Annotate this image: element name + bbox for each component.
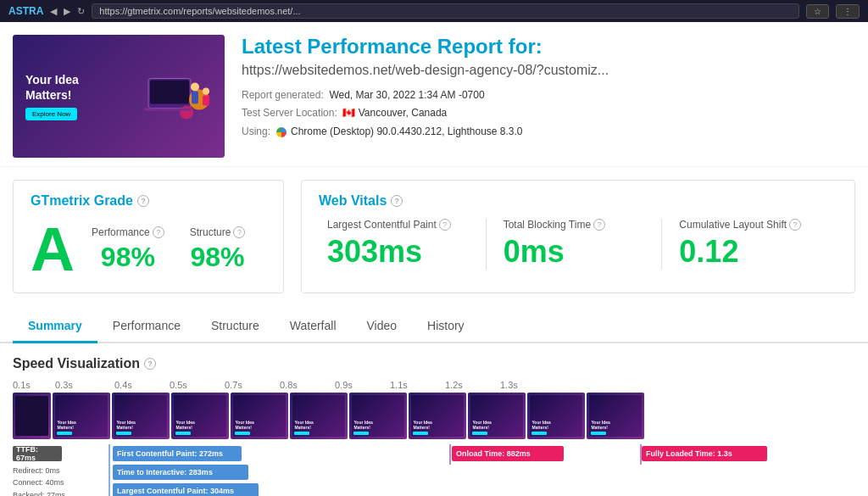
generated-label: Report generated: (242, 89, 324, 101)
address-bar[interactable]: https://gtmetrix.com/reports/websitedemo… (92, 3, 799, 19)
svg-rect-8 (203, 95, 209, 105)
ttfb-backend: Backend: 27ms (13, 489, 65, 496)
fcp-bar: First Contentful Paint: 272ms (113, 446, 242, 461)
time-label-07: 0.7s (225, 380, 280, 390)
performance-value: 98% (92, 242, 164, 273)
web-vitals-title-text: Web Vitals (319, 193, 387, 209)
timeline-container: 0.1s 0.3s 0.4s 0.5s 0.7s 0.8s 0.9s 1.1s … (13, 380, 855, 496)
onload-label: Onload Time: 882ms (456, 449, 531, 458)
frame-9: Your IdeaMatters! (527, 393, 585, 439)
time-label-11: 1.1s (390, 380, 445, 390)
frame-2: Your IdeaMatters! (112, 393, 170, 439)
frame-7: Your IdeaMatters! (409, 393, 466, 439)
nav-forward[interactable]: ▶ (64, 6, 70, 17)
using-value: Chrome (Desktop) 90.0.4430.212, Lighthou… (291, 125, 523, 137)
time-label-04: 0.4s (114, 380, 170, 390)
speed-viz-title: Speed Visualization ? (13, 356, 855, 371)
fcp-line (108, 444, 110, 496)
lcp-metric: Largest Contentful Paint ? 303ms (319, 219, 487, 270)
web-vitals-title: Web Vitals ? (319, 193, 837, 209)
generated-value: Wed, Mar 30, 2022 1:34 AM -0700 (329, 89, 484, 101)
frame-5: Your IdeaMatters! (290, 393, 348, 439)
server-label: Test Server Location: (242, 107, 337, 119)
fcp-label: First Contentful Paint: 272ms (117, 449, 223, 458)
cls-value: 0.12 (679, 234, 829, 270)
time-label-09: 0.9s (335, 380, 390, 390)
browser-logo: ASTRA (8, 5, 43, 17)
lcp-label: Largest Contentful Paint ? (327, 219, 477, 231)
fully-loaded-label: Fully Loaded Time: 1.3s (646, 449, 732, 458)
time-label-05: 0.5s (170, 380, 225, 390)
svg-point-3 (180, 105, 193, 119)
grade-metrics: Performance ? 98% Structure ? 98% (92, 226, 245, 273)
lcp-help[interactable]: ? (439, 219, 451, 231)
tabs-bar: Summary Performance Structure Waterfall … (0, 310, 868, 343)
grade-letter: A (31, 219, 75, 280)
report-title: Latest Performance Report for: (242, 35, 855, 59)
tab-summary[interactable]: Summary (13, 310, 97, 343)
ttfb-label: TTFB: 67ms (16, 445, 58, 462)
time-label-13: 1.3s (500, 380, 555, 390)
performance-help[interactable]: ? (153, 226, 164, 238)
time-label-12: 1.2s (445, 380, 500, 390)
tbt-label: Total Blocking Time ? (504, 219, 654, 231)
structure-value: 98% (190, 242, 246, 273)
tab-performance[interactable]: Performance (97, 310, 196, 343)
speed-viz-section: Speed Visualization ? 0.1s 0.3s 0.4s 0.5… (0, 343, 868, 496)
ttfb-detail: Redirect: 0ms Connect: 40ms Backend: 27m… (13, 465, 65, 496)
tti-bar: Time to Interactive: 283ms (113, 465, 248, 480)
nav-back[interactable]: ◀ (50, 6, 57, 17)
vitals-metrics: Largest Contentful Paint ? 303ms Total B… (319, 219, 837, 270)
frame-8: Your IdeaMatters! (468, 393, 526, 439)
frame-3: Your IdeaMatters! (171, 393, 229, 439)
report-meta: Report generated: Wed, Mar 30, 2022 1:34… (242, 86, 855, 142)
report-url: https://websitedemos.net/web-design-agen… (242, 63, 855, 78)
gtmetrix-title-text: GTmetrix Grade (31, 193, 133, 209)
tab-structure[interactable]: Structure (196, 310, 275, 343)
onload-bar: Onload Time: 882ms (452, 446, 564, 461)
nav-refresh[interactable]: ↻ (77, 6, 85, 17)
structure-metric: Structure ? 98% (190, 226, 246, 273)
gtmetrix-grade-help[interactable]: ? (137, 195, 149, 207)
preview-headline: Your IdeaMatters! (25, 72, 79, 103)
preview-cta: Explore Now (25, 108, 77, 120)
grade-display: A Performance ? 98% Structure ? (31, 219, 266, 280)
speed-viz-help[interactable]: ? (144, 358, 156, 370)
chrome-icon (276, 127, 287, 137)
tab-waterfall[interactable]: Waterfall (275, 310, 352, 343)
preview-figure (140, 61, 216, 131)
tti-label: Time to Interactive: 283ms (117, 468, 213, 476)
tbt-value: 0ms (504, 234, 654, 270)
browser-btn-2[interactable]: ⋮ (836, 4, 860, 19)
frame-0 (13, 393, 51, 439)
tab-video[interactable]: Video (352, 310, 413, 343)
tbt-help[interactable]: ? (593, 219, 605, 231)
grades-section: GTmetrix Grade ? A Performance ? 98% (0, 167, 868, 306)
lcp-value: 303ms (327, 234, 477, 270)
site-preview: Your IdeaMatters! Explore Now (13, 35, 225, 158)
report-header: Your IdeaMatters! Explore Now (0, 22, 868, 167)
annotation-bars: TTFB: 67ms Redirect: 0ms Connect: 40ms B… (13, 444, 855, 496)
cls-label: Cumulative Layout Shift ? (679, 219, 829, 231)
frame-4: Your IdeaMatters! (231, 393, 288, 439)
performance-metric: Performance ? 98% (92, 226, 164, 273)
server-value: Vancouver, Canada (359, 107, 448, 119)
browser-btn-1[interactable]: ☆ (806, 4, 829, 19)
web-vitals-card: Web Vitals ? Largest Contentful Paint ? … (301, 180, 855, 293)
web-vitals-help[interactable]: ? (391, 195, 403, 207)
tab-history[interactable]: History (412, 310, 480, 343)
time-label-03: 0.3s (55, 380, 114, 390)
structure-help[interactable]: ? (233, 226, 245, 238)
svg-point-7 (203, 87, 209, 94)
svg-rect-1 (150, 80, 189, 103)
svg-rect-4 (144, 108, 191, 110)
time-labels: 0.1s 0.3s 0.4s 0.5s 0.7s 0.8s 0.9s 1.1s … (13, 380, 855, 390)
cls-metric: Cumulative Layout Shift ? 0.12 (670, 219, 837, 270)
main-content: Your IdeaMatters! Explore Now (0, 22, 868, 496)
lcp-bar: Largest Contentful Paint: 304ms (113, 483, 259, 496)
ttfb-bar: TTFB: 67ms (13, 446, 62, 461)
cls-help[interactable]: ? (789, 219, 801, 231)
svg-rect-6 (192, 91, 198, 103)
tbt-metric: Total Blocking Time ? 0ms (495, 219, 663, 270)
using-label: Using: (242, 125, 270, 137)
